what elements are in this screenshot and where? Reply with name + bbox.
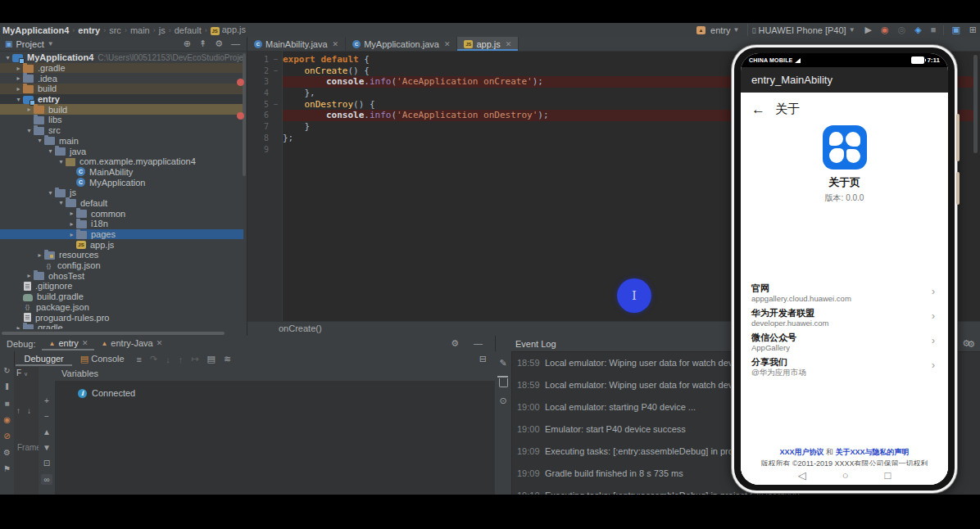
chevron-right-icon[interactable]: ▸ — [67, 220, 76, 228]
view-breakpoints-icon[interactable]: ▤ — [202, 354, 219, 364]
about-list-item[interactable]: 官网appgallery.cloud.huawei.com› — [741, 283, 948, 307]
debug-tab-entry-Java[interactable]: ▲entry-Java✕ — [94, 336, 169, 350]
device-manager-icon[interactable]: ▣ — [950, 24, 961, 36]
tree-item-default[interactable]: ▾default — [0, 198, 243, 209]
duplicate-icon[interactable]: ⊡ — [39, 459, 54, 468]
mute-breakpoints-icon[interactable]: ⊘ — [3, 432, 10, 441]
tree-item-src[interactable]: ▾src — [0, 125, 243, 136]
about-list-item[interactable]: 华为开发者联盟developer.huawei.com› — [741, 307, 948, 332]
edit-filter-icon[interactable]: ✎ — [495, 358, 510, 368]
chevron-right-icon[interactable]: ▸ — [67, 210, 76, 217]
tree-item-proguard-rules.pro[interactable]: proguard-rules.pro — [0, 312, 243, 323]
tree-item-.idea[interactable]: ▸.idea — [0, 73, 243, 84]
close-tab-icon[interactable]: ✕ — [157, 339, 163, 347]
tree-item-com.example.myapplication4[interactable]: ▾com.example.myapplication4 — [0, 156, 243, 167]
project-view-selector[interactable]: Project — [16, 39, 43, 49]
breadcrumb-item-entry[interactable]: entry — [75, 25, 102, 35]
stop-icon[interactable]: ■ — [4, 399, 9, 408]
about-list-item[interactable]: 微信公众号AppGallery› — [741, 332, 948, 356]
chevron-right-icon[interactable]: ▸ — [67, 231, 76, 238]
tree-item-gradle[interactable]: ▸gradle — [0, 323, 243, 329]
chevron-down-icon[interactable]: ▾ — [46, 147, 55, 155]
about-list-item[interactable]: 分享我们@华为应用市场› — [741, 356, 948, 381]
breakpoint-icon[interactable] — [237, 112, 244, 120]
settings-icon[interactable]: ⚙ — [967, 339, 975, 350]
tree-item-entry[interactable]: ▾entry — [0, 94, 243, 105]
chevron-down-icon[interactable]: ▾ — [57, 158, 66, 165]
frame-down-icon[interactable]: ↓ — [27, 406, 31, 415]
stop-icon[interactable]: ■ — [929, 24, 938, 36]
rerun-icon[interactable]: ↻ — [3, 366, 10, 375]
tree-item-ohosTest[interactable]: ▸ohosTest — [0, 270, 243, 281]
chevron-right-icon[interactable]: ▸ — [14, 65, 23, 72]
settings-icon[interactable]: ⚙ — [3, 448, 11, 457]
chevron-down-icon[interactable]: ▾ — [46, 189, 55, 197]
nav-home-icon[interactable]: ○ — [842, 469, 849, 482]
breadcrumb-item-src[interactable]: src — [107, 25, 124, 35]
close-tab-icon[interactable]: ✕ — [82, 339, 88, 347]
tree-item-common[interactable]: ▸common — [0, 208, 243, 219]
evaluate-icon[interactable]: ∞ — [41, 474, 52, 485]
clear-all-icon[interactable] — [499, 378, 508, 387]
breadcrumb-item-app.js[interactable]: JSapp.js — [208, 25, 248, 35]
chevron-down-icon[interactable]: ▾ — [3, 54, 12, 61]
device-selector[interactable]: ▯ HUAWEI Phone [P40] ▼ — [747, 24, 858, 36]
back-arrow-icon[interactable]: ← — [751, 102, 765, 116]
view-breakpoints-icon[interactable]: ◉ — [3, 415, 11, 424]
run-icon[interactable]: ▶ — [864, 24, 873, 36]
editor-tab-app.js[interactable]: JSapp.js✕ — [457, 37, 519, 51]
chevron-right-icon[interactable]: ▸ — [14, 75, 23, 82]
chevron-down-icon[interactable]: ▾ — [14, 96, 23, 103]
privacy-statement-link[interactable]: 关于XXX与隐私的声明 — [836, 448, 910, 456]
tree-horizontal-scrollbar[interactable] — [2, 332, 225, 335]
pause-icon[interactable]: ‖ — [5, 382, 8, 391]
nav-back-icon[interactable]: ◁ — [798, 469, 806, 482]
close-tab-icon[interactable]: ✕ — [506, 40, 512, 48]
tree-item-pages[interactable]: ▸pages — [0, 229, 243, 240]
tree-item-MyApplication[interactable]: CMyApplication — [0, 177, 243, 188]
subtab-Debugger[interactable]: Debugger — [16, 351, 71, 366]
fold-icon[interactable]: − — [269, 99, 283, 111]
tree-item-MyApplication4[interactable]: ▾MyApplication4C:\Users\l00512153\DevEco… — [0, 52, 243, 63]
tree-item-MainAbility[interactable]: CMainAbility — [0, 167, 243, 178]
close-tab-icon[interactable]: ✕ — [444, 40, 451, 48]
breadcrumb-item-main[interactable]: main — [128, 25, 152, 35]
tree-item-resources[interactable]: ▸resources — [0, 250, 243, 260]
locate-icon[interactable]: ⊕ — [180, 38, 194, 49]
remove-watch-icon[interactable]: − — [40, 412, 53, 421]
debug-icon[interactable]: ◉ — [879, 24, 891, 36]
run-tool-window-icon[interactable]: ⊞ — [968, 24, 978, 36]
tree-item-.gradle[interactable]: ▸.gradle — [0, 63, 243, 74]
fold-icon[interactable]: − — [269, 54, 283, 66]
tree-item-.gitignore[interactable]: .gitignore — [0, 281, 243, 292]
frame-up-icon[interactable]: ↑ — [16, 406, 20, 415]
hide-icon[interactable]: — — [228, 38, 243, 49]
tree-item-main[interactable]: ▾main — [0, 136, 243, 147]
settings-icon[interactable]: ⊙ — [495, 396, 510, 406]
breakpoint-icon[interactable] — [237, 79, 244, 86]
move-down-icon[interactable]: ▼ — [39, 443, 55, 452]
chevron-right-icon[interactable]: ▸ — [25, 272, 34, 279]
chevron-down-icon[interactable]: ▾ — [35, 137, 44, 144]
move-up-icon[interactable]: ▲ — [39, 427, 55, 436]
tree-item-app.js[interactable]: JSapp.js — [0, 239, 243, 250]
user-agreement-link[interactable]: XXX用户协议 — [779, 448, 823, 456]
chevron-down-icon[interactable]: ▾ — [25, 127, 34, 134]
nav-recents-icon[interactable]: □ — [885, 469, 892, 482]
chevron-down-icon[interactable]: ▾ — [57, 199, 66, 206]
tree-item-build[interactable]: ▸build — [0, 84, 243, 94]
chevron-right-icon[interactable]: ▸ — [35, 251, 44, 259]
layout-settings-icon[interactable]: ⊟ — [475, 354, 495, 364]
tree-item-js[interactable]: ▾js — [0, 188, 243, 198]
chevron-right-icon[interactable]: ▸ — [25, 106, 34, 113]
attach-debugger-icon[interactable]: ◎ — [896, 24, 908, 36]
hide-icon[interactable]: — — [470, 338, 487, 349]
breadcrumb-item-default[interactable]: default — [172, 25, 204, 35]
fold-icon[interactable]: − — [269, 66, 283, 77]
chevron-right-icon[interactable]: ▸ — [14, 85, 23, 93]
editor-tab-MyApplication.java[interactable]: CMyApplication.java✕ — [346, 37, 457, 51]
tree-item-i18n[interactable]: ▸i18n — [0, 219, 243, 229]
editor-scrollbar[interactable] — [973, 55, 978, 153]
run-config-selector[interactable]: ▲ entry ▼ — [693, 24, 742, 36]
tree-item-package.json[interactable]: {}package.json — [0, 302, 243, 313]
